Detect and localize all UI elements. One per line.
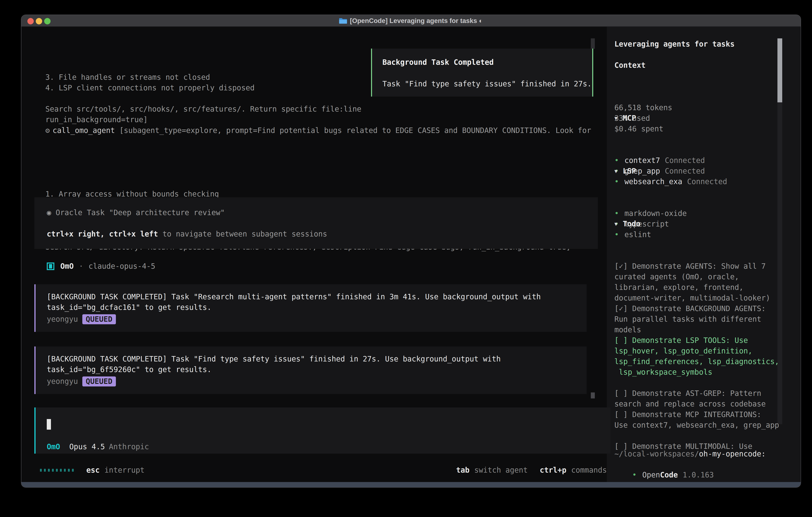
- mcp-item: •context7Connected: [614, 155, 786, 166]
- message-author: yeongyu: [47, 376, 78, 387]
- agent-name: OmO: [60, 261, 74, 272]
- bullet-icon: •: [614, 156, 619, 165]
- todo-line: Run parallel tasks with different: [614, 314, 786, 324]
- window-bottom-bar: [21, 482, 801, 487]
- statusbar-left: esc interrupt: [40, 465, 144, 475]
- tab-key-hint: tab: [456, 465, 469, 475]
- todo-line: search and replace across codebase: [614, 399, 786, 409]
- record-icon: ◉: [47, 208, 56, 217]
- todo-line: [ ] Demonstrate LSP TOOLS: Use: [614, 335, 786, 346]
- ctrlp-key-hint: ctrl+p: [540, 465, 567, 475]
- titlebar: [OpenCode] Leveraging agents for tasks ◐: [21, 15, 801, 27]
- tool-call-header: ⚙call_omo_agent [subagent_type=explore, …: [46, 125, 591, 136]
- todo-line: [✓] Demonstrate AGENTS: Show all 7: [614, 261, 786, 272]
- main-scrollbar-thumb-bottom[interactable]: [591, 392, 595, 399]
- chevron-down-icon: ▼: [614, 115, 617, 121]
- notification-title: Background Task Completed: [382, 57, 494, 67]
- todo-line: curated agents (OmO, oracle,: [614, 272, 786, 282]
- chevron-down-icon: ▼: [614, 221, 617, 227]
- mcp-section-header[interactable]: ▼MCP: [614, 113, 786, 124]
- message-line2: task_id="bg_6f59260c" to get results.: [47, 364, 587, 375]
- input-provider-label: Anthropic: [109, 441, 149, 452]
- message-line1: [BACKGROUND TASK COMPLETED] Task "Find t…: [47, 354, 587, 364]
- oracle-task-box: ◉ Oracle Task "Deep architecture review"…: [34, 197, 598, 249]
- message-line1: [BACKGROUND TASK COMPLETED] Task "Resear…: [47, 292, 587, 302]
- todo-line: document-writer, multimodal-looker): [614, 293, 786, 303]
- lsp-section-header[interactable]: ▼LSP: [614, 166, 786, 176]
- todo-line: models: [614, 324, 786, 335]
- shortcut-keys: ctrl+x right, ctrl+x left: [47, 230, 158, 238]
- text-cursor: [47, 419, 51, 430]
- statusbar-right: tab switch agent ctrl+p commands: [456, 465, 607, 475]
- todo-line: lsp_hover, lsp_goto_definition,: [614, 346, 786, 356]
- ctrlp-action-label: commands: [571, 465, 607, 475]
- background-task-notification: Background Task Completed Task "Find typ…: [371, 49, 593, 97]
- message-list: [BACKGROUND TASK COMPLETED] Task "Resear…: [34, 284, 587, 409]
- input-model-label: Opus 4.5: [69, 441, 105, 452]
- context-stat-line: 66,518 tokens: [614, 102, 786, 113]
- tab-action-label: switch agent: [474, 465, 528, 475]
- terminal-line: 4. LSP client connections not properly d…: [46, 83, 361, 93]
- message-meta: yeongyu QUEUED: [47, 376, 587, 387]
- todo-line: [ ] Demonstrate MCP INTEGRATIONS:: [614, 409, 786, 420]
- agent-header: OmO · claude-opus-4-5: [47, 261, 155, 272]
- status-dot-icon: •: [632, 471, 637, 479]
- bullet-icon: •: [614, 209, 619, 218]
- agent-model: claude-opus-4-5: [88, 261, 155, 272]
- input-meta-row: OmO Opus 4.5 Anthropic: [47, 441, 149, 452]
- esc-key-hint: esc: [86, 465, 100, 475]
- todo-line: librarian, explore, frontend,: [614, 282, 786, 293]
- message-meta: yeongyu QUEUED: [47, 314, 587, 324]
- oracle-task-hint: ctrl+x right, ctrl+x left to navigate be…: [47, 229, 327, 239]
- context-heading: Context: [614, 60, 786, 71]
- window-title-text: [OpenCode] Leveraging agents for tasks ◐: [350, 17, 483, 24]
- lsp-item: •markdown-oxide: [614, 208, 786, 219]
- notification-body: Task "Find type safety issues" finished …: [382, 79, 591, 89]
- window-title: [OpenCode] Leveraging agents for tasks ◐: [21, 15, 801, 26]
- session-title: Leveraging agents for tasks: [614, 39, 786, 49]
- todo-line: [✓] Demonstrate BACKGROUND AGENTS:: [614, 303, 786, 314]
- input-agent-label: OmO: [47, 441, 60, 452]
- folder-icon: [339, 17, 347, 24]
- tool-args: [subagent_type=explore, prompt=Find pote…: [115, 126, 591, 135]
- workspace-line1: ~/local-workspaces/oh-my-opencode:: [614, 448, 786, 459]
- chevron-down-icon: ▼: [614, 168, 617, 174]
- background-task-message: [BACKGROUND TASK COMPLETED] Task "Find t…: [34, 347, 587, 394]
- status-badge: QUEUED: [82, 314, 116, 324]
- oracle-task-title: ◉ Oracle Task "Deep architecture review": [47, 207, 225, 218]
- todo-line: lsp_find_references, lsp_diagnostics,: [614, 356, 786, 367]
- background-task-message: [BACKGROUND TASK COMPLETED] Task "Resear…: [34, 284, 587, 332]
- status-badge: QUEUED: [82, 377, 116, 386]
- todo-line: [ ] Demonstrate AST-GREP: Pattern: [614, 388, 786, 399]
- terminal-line: 3. File handles or streams not closed: [46, 72, 361, 83]
- todo-section-header[interactable]: ▼Todo: [614, 219, 786, 229]
- message-line2: task_id="bg_dcfac161" to get results.: [47, 302, 587, 313]
- esc-action-label: interrupt: [105, 465, 144, 475]
- message-author: yeongyu: [47, 314, 78, 324]
- terminal-line: [46, 93, 361, 104]
- spinner-icon: [40, 469, 76, 472]
- main-scrollbar-thumb-top[interactable]: [591, 38, 595, 49]
- tool-name: call_omo_agent: [53, 126, 115, 135]
- agent-icon: [47, 263, 54, 270]
- prompt-input[interactable]: OmO Opus 4.5 Anthropic: [34, 407, 611, 454]
- app-window: [OpenCode] Leveraging agents for tasks ◐…: [21, 15, 801, 488]
- todo-line: [614, 377, 786, 388]
- todo-list: [✓] Demonstrate AGENTS: Show all 7curate…: [614, 229, 786, 452]
- gear-icon: ⚙: [46, 126, 50, 135]
- todo-line: lsp_workspace_symbols: [614, 367, 786, 377]
- separator-dot: ·: [79, 261, 83, 272]
